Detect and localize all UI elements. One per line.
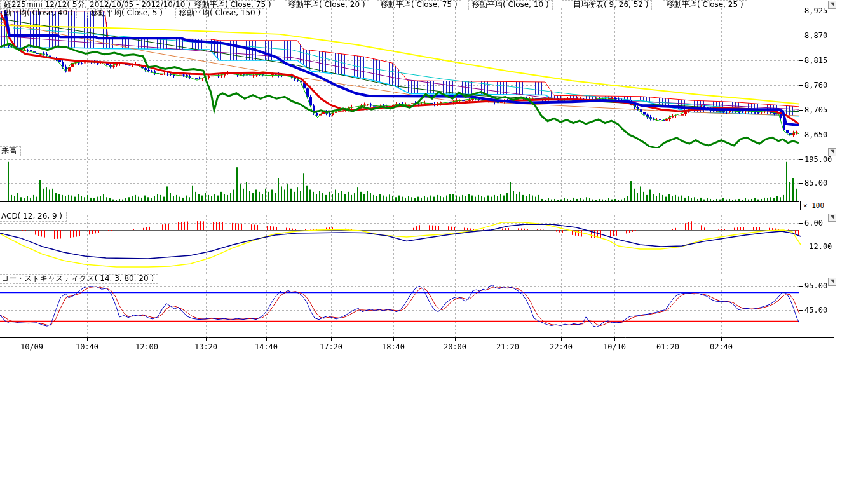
x-axis-label: 01:20 xyxy=(656,342,679,351)
chart-application-window: 経225mini 12/12( 5分, 2012/10/05 - 2012/10… xyxy=(0,0,868,488)
y-axis-label: 8,650 xyxy=(804,130,827,139)
pane-label-macd: ACD( 12, 26, 9 ) xyxy=(0,212,67,222)
x-axis-label: 12:00 xyxy=(135,342,158,351)
x-axis-label: 13:20 xyxy=(194,342,217,351)
x-axis-label: 10/10 xyxy=(603,342,626,351)
y-axis-label: -12.00 xyxy=(804,242,832,251)
x-axis-label: 21:20 xyxy=(496,342,519,351)
y-axis-label: 6.00 xyxy=(804,219,823,227)
x-axis-label: 17:20 xyxy=(320,342,342,351)
pane-resize-icon[interactable]: ◥ xyxy=(828,1,836,9)
pane-resize-icon[interactable]: ◥ xyxy=(828,214,836,222)
legend-item-indicator: 移動平均( Close, 25 ) xyxy=(663,0,747,10)
volume-multiplier-badge: × 100 xyxy=(800,201,827,210)
legend-item-indicator: 移動平均( Close, 5 ) xyxy=(87,8,166,18)
y-axis-label: 95.00 xyxy=(804,281,827,290)
pane-label-stochastics: ロー・ストキャスティクス( 14, 3, 80, 20 ) xyxy=(0,274,158,284)
x-axis-label: 10:40 xyxy=(76,342,98,351)
price-chart-canvas[interactable] xyxy=(0,0,868,488)
pane-resize-icon[interactable]: ◥ xyxy=(828,148,836,156)
x-axis-label: 20:00 xyxy=(444,342,466,351)
pane-resize-icon[interactable]: ◥ xyxy=(828,278,836,286)
y-axis-label: 8,870 xyxy=(804,31,827,40)
x-axis-label: 02:40 xyxy=(710,342,733,351)
pane-label-volume: 来高 xyxy=(0,146,21,156)
x-axis-label: 22:40 xyxy=(550,342,573,351)
legend-item-indicator: 移動平均( Close, 75 ) xyxy=(377,0,461,10)
legend-item-indicator: 移動平均( Close, 10 ) xyxy=(468,0,553,10)
x-axis-label: 18:40 xyxy=(382,342,405,351)
legend-item-indicator: 一目均衡表( 9, 26, 52 ) xyxy=(562,0,652,10)
y-axis-label: 8,705 xyxy=(804,105,827,114)
y-axis-label: 195.00 xyxy=(804,155,832,164)
y-axis-label: 8,815 xyxy=(804,56,827,65)
legend-item-indicator: 移動平均( Close, 150 ) xyxy=(175,8,264,18)
y-axis-label: 8,760 xyxy=(804,81,827,90)
legend-item-indicator: 移動平均( Close, 20 ) xyxy=(285,0,369,10)
x-axis-label: 10/09 xyxy=(20,342,43,351)
x-axis-label: 14:40 xyxy=(255,342,278,351)
legend-item-indicator: 動平均( Close, 40 ) xyxy=(0,8,77,18)
y-axis-label: 45.00 xyxy=(804,306,827,315)
y-axis-label: 85.00 xyxy=(804,179,827,187)
y-axis-label: 8,925 xyxy=(804,6,827,15)
